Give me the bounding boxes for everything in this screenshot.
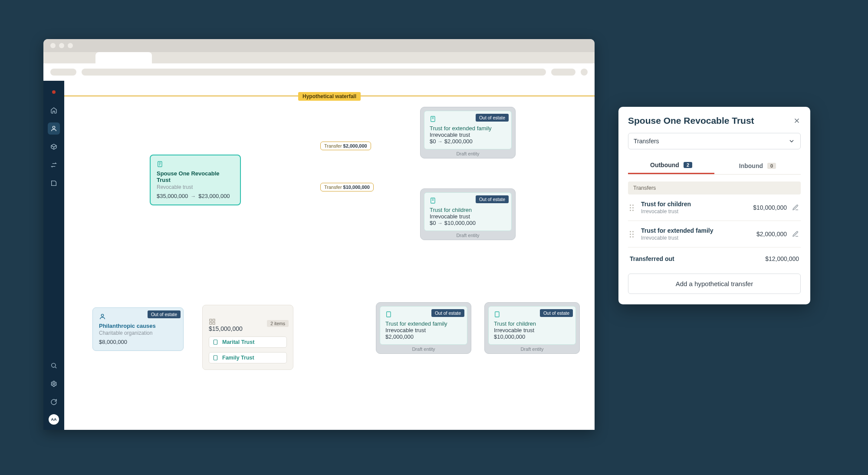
arrow-right-icon: → bbox=[437, 220, 443, 226]
tab-count: 2 bbox=[684, 162, 692, 168]
entity-card-source[interactable]: Spouse One Revocable Trust Revocable tru… bbox=[150, 155, 241, 205]
ext-placeholder bbox=[551, 69, 575, 76]
url-placeholder[interactable] bbox=[82, 69, 546, 76]
entity-to-value: $10,000,000 bbox=[444, 220, 476, 226]
browser-urlbar bbox=[43, 63, 595, 81]
entity-subtitle: Charitable organization bbox=[99, 330, 177, 336]
app-sidebar: AA bbox=[43, 81, 64, 430]
drag-handle-icon[interactable] bbox=[630, 231, 636, 238]
svg-rect-14 bbox=[495, 312, 499, 317]
entity-card-children-draft[interactable]: Out of estate Trust for children Irrevoc… bbox=[420, 188, 516, 240]
out-of-estate-badge: Out of estate bbox=[476, 114, 509, 122]
svg-point-2 bbox=[53, 383, 55, 385]
entity-card-children-draft-2[interactable]: Out of estate Trust for children Irrevoc… bbox=[484, 302, 580, 354]
edit-icon[interactable] bbox=[792, 231, 799, 238]
search-icon[interactable] bbox=[48, 360, 60, 372]
items-badge: 2 items bbox=[267, 320, 289, 327]
transfers-total: Transferred out $12,000,000 bbox=[628, 247, 801, 266]
svg-point-1 bbox=[52, 363, 56, 367]
out-of-estate-badge: Out of estate bbox=[148, 310, 181, 318]
arrow-right-icon: → bbox=[437, 139, 443, 145]
entity-title: Trust for children bbox=[494, 320, 570, 327]
transfer-label: Transfer bbox=[324, 185, 342, 190]
entities-icon[interactable] bbox=[48, 141, 60, 153]
entity-subtitle: Irrevocable trust bbox=[385, 327, 462, 333]
row-title: Trust for children bbox=[641, 201, 748, 208]
app-area: AA Hypothetical waterfall bbox=[43, 81, 595, 430]
svg-rect-8 bbox=[213, 319, 215, 321]
window-control-max[interactable] bbox=[68, 43, 73, 48]
row-subtitle: Irrevocable trust bbox=[641, 235, 751, 241]
window-titlebar bbox=[43, 39, 595, 52]
tab-count: 0 bbox=[767, 163, 776, 169]
help-icon[interactable] bbox=[48, 396, 60, 408]
transfers-icon[interactable] bbox=[48, 159, 60, 171]
transfers-panel: Spouse One Revocable Trust Transfers Out… bbox=[618, 107, 810, 304]
edit-icon[interactable] bbox=[792, 204, 799, 211]
entity-subtitle: Irrevocable trust bbox=[430, 132, 506, 138]
transfer-label: Transfer bbox=[324, 143, 342, 148]
tab-outbound[interactable]: Outbound 2 bbox=[628, 157, 714, 174]
entity-title: Trust for extended family bbox=[385, 320, 462, 327]
group-item-label: Family Trust bbox=[222, 355, 254, 361]
nav-placeholder bbox=[50, 69, 76, 76]
entity-value: $10,000,000 bbox=[494, 333, 525, 340]
entity-from-value: $0 bbox=[430, 138, 436, 145]
window-control-min[interactable] bbox=[59, 43, 64, 48]
arrow-right-icon: → bbox=[191, 193, 196, 199]
settings-icon[interactable] bbox=[48, 378, 60, 390]
draft-label: Draft entity bbox=[424, 149, 512, 156]
out-of-estate-badge: Out of estate bbox=[476, 195, 509, 203]
entity-card-extended-draft[interactable]: Out of estate Trust for extended family … bbox=[420, 107, 516, 158]
entity-card-group[interactable]: 2 items $15,000,000 Marital Trust Family… bbox=[202, 305, 293, 370]
home-icon[interactable] bbox=[48, 104, 60, 116]
avatar-placeholder bbox=[581, 69, 588, 76]
transfer-pill-2[interactable]: Transfer $10,000,000 bbox=[320, 183, 374, 191]
window-control-close[interactable] bbox=[50, 43, 56, 48]
group-item-label: Marital Trust bbox=[222, 339, 254, 345]
entity-card-extended-draft-2[interactable]: Out of estate Trust for extended family … bbox=[376, 302, 471, 354]
group-item-family[interactable]: Family Trust bbox=[209, 352, 287, 363]
transfer-row[interactable]: Trust for children Irrevocable trust $10… bbox=[628, 195, 801, 221]
transfer-row[interactable]: Trust for extended family Irrevocable tr… bbox=[628, 221, 801, 247]
record-indicator-icon bbox=[48, 86, 60, 98]
entity-title: Spouse One Revocable Trust bbox=[157, 170, 234, 183]
drag-handle-icon[interactable] bbox=[630, 205, 636, 211]
browser-tab-active[interactable] bbox=[95, 52, 152, 63]
add-transfer-button[interactable]: Add a hypothetical transfer bbox=[628, 274, 801, 294]
connector-wires bbox=[64, 81, 194, 146]
user-avatar[interactable]: AA bbox=[49, 414, 59, 425]
row-title: Trust for extended family bbox=[641, 227, 751, 234]
tab-inbound[interactable]: Inbound 0 bbox=[714, 157, 801, 174]
clients-icon[interactable] bbox=[48, 122, 60, 135]
draft-label: Draft entity bbox=[488, 345, 576, 352]
person-icon bbox=[99, 313, 106, 320]
close-icon[interactable] bbox=[793, 117, 801, 125]
entity-title: Trust for extended family bbox=[430, 125, 506, 132]
total-amount: $12,000,000 bbox=[765, 255, 799, 262]
entity-title: Trust for children bbox=[430, 207, 506, 213]
svg-rect-9 bbox=[210, 322, 212, 324]
trust-icon bbox=[385, 311, 392, 318]
group-item-marital[interactable]: Marital Trust bbox=[209, 336, 287, 348]
diagram-canvas[interactable]: Hypothetical waterfall bbox=[64, 81, 595, 430]
svg-rect-11 bbox=[214, 340, 217, 345]
row-amount: $10,000,000 bbox=[753, 204, 787, 211]
chevron-down-icon bbox=[788, 138, 795, 145]
svg-point-6 bbox=[101, 314, 103, 317]
entity-card-philanthropic[interactable]: Out of estate Philanthropic causes Chari… bbox=[92, 307, 184, 351]
select-value: Transfers bbox=[634, 138, 659, 145]
svg-point-0 bbox=[53, 126, 55, 129]
trust-icon bbox=[213, 355, 219, 361]
out-of-estate-badge: Out of estate bbox=[431, 309, 464, 317]
transfer-pill-1[interactable]: Transfer $2,000,000 bbox=[320, 142, 371, 150]
draft-label: Draft entity bbox=[424, 231, 512, 238]
entity-value: $8,000,000 bbox=[99, 339, 127, 345]
total-label: Transferred out bbox=[630, 255, 674, 262]
entity-value: $2,000,000 bbox=[385, 333, 414, 340]
transfer-amount: $10,000,000 bbox=[343, 185, 370, 190]
panel-section-select[interactable]: Transfers bbox=[628, 133, 801, 149]
entity-to-value: $2,000,000 bbox=[444, 138, 473, 145]
trust-icon bbox=[157, 161, 164, 168]
documents-icon[interactable] bbox=[48, 177, 60, 189]
